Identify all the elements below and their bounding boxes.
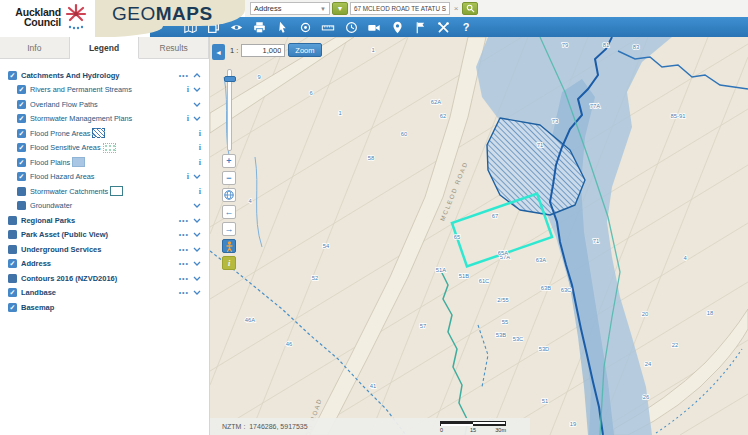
layer-checkbox[interactable] [8, 245, 17, 254]
layer-info-icon[interactable]: i [187, 85, 189, 94]
parcel-label: 26 [643, 394, 649, 400]
search-go-button[interactable] [462, 2, 478, 15]
sidebar-collapse-button[interactable]: ◄ [212, 44, 225, 60]
previous-extent-button[interactable]: ← [222, 205, 236, 219]
layer-menu-icon[interactable]: ••• [179, 217, 189, 224]
layer-chevron-down-icon[interactable] [193, 102, 201, 107]
parcel-label: 2/55 [497, 297, 508, 303]
layer-checkbox[interactable]: ✓ [17, 158, 26, 167]
parcel-label: 22 [672, 342, 678, 348]
layer-actions [193, 203, 201, 208]
layer-checkbox[interactable]: ✓ [17, 85, 26, 94]
layer-checkbox[interactable]: ✓ [8, 288, 17, 297]
scale-bar: 01530m [440, 421, 506, 433]
layer-menu-icon[interactable]: ••• [179, 72, 189, 79]
layer-chevron-down-icon[interactable] [193, 261, 201, 266]
layer-actions: ••• [179, 72, 201, 79]
bookmark-flag-icon[interactable] [413, 20, 427, 34]
parcel-label: 24 [645, 361, 652, 367]
layer-menu-icon[interactable]: ••• [179, 289, 189, 296]
layer-info-icon[interactable]: i [187, 114, 189, 123]
layer-menu-icon[interactable]: ••• [179, 260, 189, 267]
scale-input[interactable] [241, 44, 285, 57]
history-clock-icon[interactable] [344, 20, 358, 34]
zoom-in-button[interactable]: + [222, 154, 236, 168]
help-icon[interactable]: ? [459, 20, 473, 34]
next-extent-button[interactable]: → [222, 222, 236, 236]
zoom-slider[interactable] [227, 69, 232, 151]
print-icon[interactable] [252, 20, 266, 34]
layer-chevron-down-icon[interactable] [193, 247, 201, 252]
layer-actions: i [199, 143, 201, 152]
scalebar-tick: 0 [440, 427, 443, 433]
datum-label: NZTM : [222, 423, 245, 430]
search-type-dropdown-button[interactable]: ▼ [332, 2, 348, 15]
dropdown-arrow-icon: ▼ [337, 5, 344, 12]
layer-chevron-down-icon[interactable] [193, 87, 201, 92]
scalebar-tick: 15 [470, 427, 476, 433]
search-type-select[interactable]: Address ▼ [250, 2, 330, 15]
layer-checkbox[interactable] [8, 274, 17, 283]
layer-checkbox[interactable]: ✓ [8, 259, 17, 268]
layer-chevron-down-icon[interactable] [193, 218, 201, 223]
parcel-label: 1 [338, 110, 341, 116]
layer-checkbox[interactable] [8, 230, 17, 239]
legend-swatch-hatch [92, 128, 105, 138]
map-canvas[interactable]: MCLEOD ROADMCLEOD ROAD 196162A6260584798… [210, 37, 748, 435]
tab-legend[interactable]: Legend [70, 37, 140, 59]
layer-menu-icon[interactable]: ••• [179, 231, 189, 238]
identify-info-button[interactable]: i [222, 256, 236, 270]
visibility-eye-icon[interactable] [229, 20, 243, 34]
layer-checkbox[interactable]: ✓ [17, 114, 26, 123]
layer-checkbox[interactable]: ✓ [17, 100, 26, 109]
layer-checkbox[interactable] [17, 187, 26, 196]
layer-chevron-down-icon[interactable] [193, 174, 201, 179]
layer-checkbox[interactable] [8, 216, 17, 225]
layer-checkbox[interactable] [17, 201, 26, 210]
layer-row: ✓Overland Flow Paths [0, 97, 209, 112]
tab-results[interactable]: Results [139, 37, 209, 58]
zoom-out-button[interactable]: − [222, 171, 236, 185]
layer-info-icon[interactable]: i [199, 129, 201, 138]
layer-chevron-down-icon[interactable] [193, 276, 201, 281]
search-input[interactable] [350, 2, 450, 15]
layer-info-icon[interactable]: i [187, 172, 189, 181]
layer-chevron-down-icon[interactable] [193, 203, 201, 208]
layer-row: ✓Stormwater Management Plansi [0, 112, 209, 127]
full-extent-globe-button[interactable] [222, 188, 236, 202]
app-title: GEOMAPS [112, 3, 213, 25]
layer-chevron-down-icon[interactable] [193, 232, 201, 237]
clear-search-icon[interactable]: × [452, 4, 460, 13]
parcel-label: 46 [286, 341, 292, 347]
layer-checkbox[interactable]: ✓ [17, 143, 26, 152]
layer-checkbox[interactable]: ✓ [17, 129, 26, 138]
layer-checkbox[interactable]: ✓ [17, 172, 26, 181]
layer-row: ✓Flood Plainsi [0, 155, 209, 170]
video-camera-icon[interactable] [367, 20, 381, 34]
layer-chevron-down-icon[interactable] [193, 290, 201, 295]
layer-info-icon[interactable]: i [199, 187, 201, 196]
measure-ruler-icon[interactable] [321, 20, 335, 34]
layer-row: ✓Landbase••• [0, 286, 209, 301]
tab-info[interactable]: Info [0, 37, 70, 58]
location-pin-icon[interactable] [390, 20, 404, 34]
tools-icon[interactable] [436, 20, 450, 34]
layer-checkbox[interactable]: ✓ [8, 71, 17, 80]
layer-menu-icon[interactable]: ••• [179, 246, 189, 253]
layer-label: Flood Plains [30, 158, 70, 167]
layer-info-icon[interactable]: i [199, 158, 201, 167]
layer-checkbox[interactable]: ✓ [8, 303, 17, 312]
layer-chevron-down-icon[interactable] [193, 116, 201, 121]
layer-chevron-up-icon[interactable] [193, 73, 201, 78]
layer-row: Underground Services••• [0, 242, 209, 257]
zoom-slider-handle[interactable] [224, 76, 236, 82]
layer-label: Stormwater Catchments [30, 187, 108, 196]
layer-label: Park Asset (Public View) [21, 230, 108, 239]
pointer-icon[interactable] [275, 20, 289, 34]
street-view-pegman-button[interactable] [222, 239, 236, 253]
layer-info-icon[interactable]: i [199, 143, 201, 152]
zoom-button[interactable]: Zoom [288, 43, 321, 57]
layer-menu-icon[interactable]: ••• [179, 275, 189, 282]
identify-target-icon[interactable] [298, 20, 312, 34]
parcel-label: 51A [436, 267, 446, 273]
